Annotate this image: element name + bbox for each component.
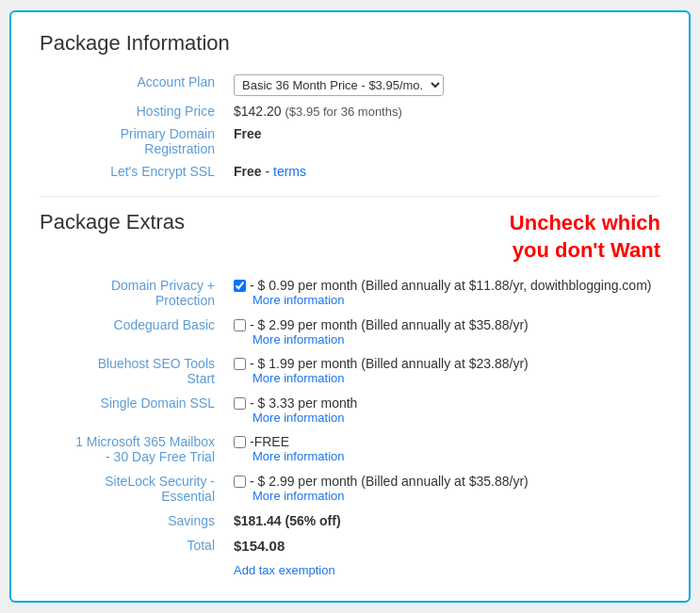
savings-row: Savings $181.44 (56% off) bbox=[40, 508, 660, 533]
add-tax-exemption-link[interactable]: Add tax exemption bbox=[234, 563, 655, 577]
account-plan-value: Basic 36 Month Price - $3.95/mo. Basic 2… bbox=[228, 71, 660, 100]
extra-checkbox-seo-tools[interactable] bbox=[234, 358, 246, 370]
primary-domain-label: Primary DomainRegistration bbox=[40, 122, 228, 160]
extra-row-codeguard: Codeguard Basic - $ 2.99 per month (Bill… bbox=[40, 313, 660, 351]
account-plan-label: Account Plan bbox=[40, 71, 228, 100]
account-plan-row: Account Plan Basic 36 Month Price - $3.9… bbox=[40, 71, 660, 100]
section-divider bbox=[40, 196, 660, 197]
extra-checkbox-domain-privacy[interactable] bbox=[234, 280, 246, 292]
extra-label-codeguard: Codeguard Basic bbox=[40, 313, 228, 351]
lets-encrypt-row: Let's Encrypt SSL Free - terms bbox=[40, 160, 660, 183]
tax-exemption-label-empty bbox=[40, 558, 228, 582]
extra-value-ms365: -FREE More information bbox=[228, 429, 660, 469]
uncheck-notice: Uncheck which you don't Want bbox=[510, 210, 660, 264]
lets-encrypt-label: Let's Encrypt SSL bbox=[40, 160, 228, 183]
extra-value-domain-privacy: - $ 0.99 per month (Billed annually at $… bbox=[228, 273, 660, 313]
total-amount: $154.08 bbox=[234, 538, 285, 554]
extra-value-seo-tools: - $ 1.99 per month (Billed annually at $… bbox=[228, 351, 660, 391]
primary-domain-row: Primary DomainRegistration Free bbox=[40, 122, 660, 160]
total-value: $154.08 bbox=[228, 533, 660, 558]
extra-row-ssl: Single Domain SSL - $ 3.33 per month Mor… bbox=[40, 391, 660, 429]
extra-checkbox-row-ssl: - $ 3.33 per month bbox=[234, 395, 655, 411]
tax-exemption-row: Add tax exemption bbox=[40, 558, 660, 582]
extra-more-info-ssl[interactable]: More information bbox=[252, 411, 655, 425]
section-package-extras: Package Extras Uncheck which you don't W… bbox=[40, 210, 660, 582]
savings-value: $181.44 (56% off) bbox=[228, 508, 660, 533]
extra-desc-ms365: -FREE bbox=[250, 434, 289, 449]
hosting-price-row: Hosting Price $142.20 ($3.95 for 36 mont… bbox=[40, 100, 660, 122]
uncheck-notice-line2: you don't Want bbox=[513, 238, 660, 262]
hosting-price-amount: $142.20 bbox=[234, 104, 282, 119]
extra-checkbox-ms365[interactable] bbox=[234, 436, 246, 448]
extra-more-info-sitelock[interactable]: More information bbox=[252, 489, 655, 503]
account-plan-select[interactable]: Basic 36 Month Price - $3.95/mo. Basic 2… bbox=[234, 74, 444, 96]
lets-encrypt-terms-link[interactable]: terms bbox=[273, 164, 306, 179]
section2-title: Package Extras bbox=[40, 210, 185, 234]
extra-more-info-domain-privacy[interactable]: More information bbox=[252, 293, 655, 307]
extras-table: Domain Privacy +Protection - $ 0.99 per … bbox=[40, 273, 660, 582]
extra-row-ms365: 1 Microsoft 365 Mailbox- 30 Day Free Tri… bbox=[40, 429, 660, 469]
section-package-information: Package Information Account Plan Basic 3… bbox=[40, 31, 660, 183]
hosting-price-label: Hosting Price bbox=[40, 100, 228, 122]
extra-checkbox-codeguard[interactable] bbox=[234, 319, 246, 331]
total-row: Total $154.08 bbox=[40, 533, 660, 558]
primary-domain-free: Free bbox=[234, 126, 262, 141]
extra-more-info-codeguard[interactable]: More information bbox=[252, 332, 655, 347]
package-information-card: Package Information Account Plan Basic 3… bbox=[9, 10, 691, 603]
extra-label-domain-privacy: Domain Privacy +Protection bbox=[40, 273, 228, 313]
extra-row-domain-privacy: Domain Privacy +Protection - $ 0.99 per … bbox=[40, 273, 660, 313]
extra-value-sitelock: - $ 2.99 per month (Billed annually at $… bbox=[228, 469, 660, 508]
primary-domain-value: Free bbox=[228, 122, 660, 160]
extra-label-ssl: Single Domain SSL bbox=[40, 391, 228, 429]
extra-value-codeguard: - $ 2.99 per month (Billed annually at $… bbox=[228, 313, 660, 351]
hosting-price-sub: ($3.95 for 36 months) bbox=[285, 105, 402, 119]
extra-row-seo-tools: Bluehost SEO ToolsStart - $ 1.99 per mon… bbox=[40, 351, 660, 391]
extra-more-info-ms365[interactable]: More information bbox=[252, 449, 655, 463]
extra-desc-seo-tools: - $ 1.99 per month (Billed annually at $… bbox=[250, 356, 529, 371]
savings-label: Savings bbox=[40, 508, 228, 533]
extra-label-seo-tools: Bluehost SEO ToolsStart bbox=[40, 351, 228, 391]
lets-encrypt-dash: - bbox=[265, 164, 273, 179]
package-info-table: Account Plan Basic 36 Month Price - $3.9… bbox=[40, 71, 660, 183]
tax-exemption-cell: Add tax exemption bbox=[228, 558, 660, 582]
lets-encrypt-free: Free bbox=[234, 164, 262, 179]
extra-checkbox-row-ms365: -FREE bbox=[234, 434, 655, 449]
extra-row-sitelock: SiteLock Security -Essential - $ 2.99 pe… bbox=[40, 469, 660, 508]
extras-header: Package Extras Uncheck which you don't W… bbox=[40, 210, 660, 264]
section1-title: Package Information bbox=[40, 31, 660, 56]
extra-desc-ssl: - $ 3.33 per month bbox=[250, 395, 357, 411]
extra-checkbox-row-codeguard: - $ 2.99 per month (Billed annually at $… bbox=[234, 317, 655, 332]
extra-desc-codeguard: - $ 2.99 per month (Billed annually at $… bbox=[250, 317, 529, 332]
extra-checkbox-row-sitelock: - $ 2.99 per month (Billed annually at $… bbox=[234, 474, 655, 489]
lets-encrypt-value: Free - terms bbox=[228, 160, 660, 183]
extra-desc-sitelock: - $ 2.99 per month (Billed annually at $… bbox=[250, 474, 529, 489]
extra-desc-domain-privacy: - $ 0.99 per month (Billed annually at $… bbox=[250, 278, 651, 293]
extra-label-sitelock: SiteLock Security -Essential bbox=[40, 469, 228, 508]
total-label: Total bbox=[40, 533, 228, 558]
extra-checkbox-row-domain-privacy: - $ 0.99 per month (Billed annually at $… bbox=[234, 278, 655, 293]
uncheck-notice-line1: Uncheck which bbox=[510, 211, 660, 234]
extra-value-ssl: - $ 3.33 per month More information bbox=[228, 391, 660, 429]
hosting-price-value: $142.20 ($3.95 for 36 months) bbox=[228, 100, 660, 122]
extra-more-info-seo-tools[interactable]: More information bbox=[252, 371, 655, 385]
extra-checkbox-ssl[interactable] bbox=[234, 397, 246, 410]
extra-checkbox-row-seo-tools: - $ 1.99 per month (Billed annually at $… bbox=[234, 356, 655, 371]
extra-label-ms365: 1 Microsoft 365 Mailbox- 30 Day Free Tri… bbox=[40, 429, 228, 469]
extra-checkbox-sitelock[interactable] bbox=[234, 476, 246, 488]
